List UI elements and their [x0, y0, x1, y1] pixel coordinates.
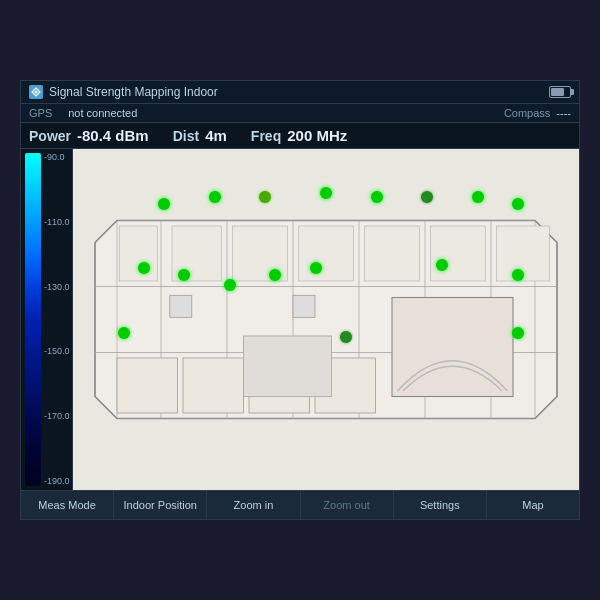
dist-value: 4m — [205, 127, 227, 144]
svg-rect-24 — [365, 226, 420, 281]
map-area[interactable] — [73, 149, 579, 490]
signal-dot — [340, 331, 352, 343]
signal-dot — [472, 191, 484, 203]
signal-dot — [320, 187, 332, 199]
svg-rect-12 — [392, 298, 513, 397]
scale-label-2: -110.0 — [44, 218, 70, 227]
scale-label-1: -90.0 — [44, 153, 70, 162]
scale-bar-container: -90.0 -110.0 -130.0 -150.0 -170.0 -190.0 — [25, 153, 68, 486]
svg-rect-23 — [299, 226, 354, 281]
battery-icon — [549, 86, 571, 98]
zoom-in-button[interactable]: Zoom in — [207, 491, 300, 519]
signal-dot — [512, 327, 524, 339]
compass-area: Compass ---- — [504, 107, 571, 119]
signal-dot — [118, 327, 130, 339]
meas-mode-button[interactable]: Meas Mode — [21, 491, 114, 519]
compass-value: ---- — [556, 107, 571, 119]
floor-plan-svg — [73, 149, 579, 490]
svg-rect-14 — [183, 358, 244, 413]
gps-label: GPS — [29, 107, 52, 119]
dist-label: Dist — [173, 128, 199, 144]
metrics-bar: Power -80.4 dBm Dist 4m Freq 200 MHz — [21, 123, 579, 149]
svg-rect-17 — [244, 336, 332, 397]
signal-dot — [512, 198, 524, 210]
signal-dot — [259, 191, 271, 203]
power-scale: -90.0 -110.0 -130.0 -150.0 -170.0 -190.0 — [21, 149, 73, 490]
freq-value: 200 MHz — [287, 127, 347, 144]
status-bar: GPS not connected Compass ---- — [21, 104, 579, 123]
title-bar-left: Signal Strength Mapping Indoor — [29, 85, 218, 99]
battery-fill — [551, 88, 564, 96]
scale-gradient — [25, 153, 41, 486]
power-group: Power -80.4 dBm — [29, 127, 149, 144]
signal-dot — [436, 259, 448, 271]
signal-dot — [138, 262, 150, 274]
app-title: Signal Strength Mapping Indoor — [49, 85, 218, 99]
signal-dot — [371, 191, 383, 203]
title-bar: Signal Strength Mapping Indoor — [21, 81, 579, 104]
svg-rect-18 — [170, 295, 192, 317]
dist-group: Dist 4m — [173, 127, 227, 144]
app-icon — [29, 85, 43, 99]
svg-rect-20 — [119, 226, 158, 281]
freq-group: Freq 200 MHz — [251, 127, 347, 144]
signal-dot — [269, 269, 281, 281]
svg-rect-13 — [117, 358, 178, 413]
scale-labels: -90.0 -110.0 -130.0 -150.0 -170.0 -190.0 — [44, 153, 70, 486]
power-value: -80.4 dBm — [77, 127, 149, 144]
scale-label-4: -150.0 — [44, 347, 70, 356]
power-label: Power — [29, 128, 71, 144]
scale-label-3: -130.0 — [44, 283, 70, 292]
freq-label: Freq — [251, 128, 281, 144]
signal-dot — [421, 191, 433, 203]
signal-dot — [310, 262, 322, 274]
zoom-out-button[interactable]: Zoom out — [301, 491, 394, 519]
scale-label-5: -170.0 — [44, 412, 70, 421]
svg-point-1 — [35, 91, 38, 94]
signal-dot — [158, 198, 170, 210]
svg-rect-19 — [293, 295, 315, 317]
indoor-position-button[interactable]: Indoor Position — [114, 491, 207, 519]
signal-dot — [178, 269, 190, 281]
settings-button[interactable]: Settings — [394, 491, 487, 519]
svg-rect-25 — [431, 226, 486, 281]
signal-dot — [512, 269, 524, 281]
toolbar: Meas Mode Indoor Position Zoom in Zoom o… — [21, 490, 579, 519]
main-content: -90.0 -110.0 -130.0 -150.0 -170.0 -190.0 — [21, 149, 579, 490]
signal-dot — [209, 191, 221, 203]
compass-label: Compass — [504, 107, 550, 119]
gps-status: not connected — [68, 107, 137, 119]
app-container: Signal Strength Mapping Indoor GPS not c… — [20, 80, 580, 520]
signal-dot — [224, 279, 236, 291]
map-button[interactable]: Map — [487, 491, 579, 519]
scale-label-6: -190.0 — [44, 477, 70, 486]
